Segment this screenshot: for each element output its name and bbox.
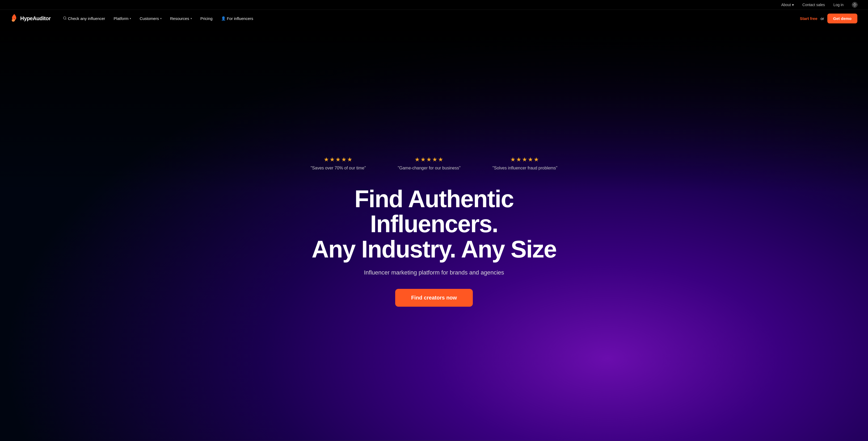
find-creators-button[interactable]: Find creators now bbox=[395, 289, 473, 307]
platform-nav[interactable]: Platform ▾ bbox=[110, 14, 135, 23]
customers-label: Customers bbox=[140, 16, 159, 21]
about-chevron: ▾ bbox=[792, 3, 794, 7]
platform-chevron: ▾ bbox=[130, 17, 131, 20]
get-demo-label: Get demo bbox=[833, 16, 851, 21]
login-label: Log in bbox=[833, 3, 843, 7]
testimonial-2: ★★★★★ "Game-changer for our business" bbox=[398, 156, 461, 171]
for-influencers-nav[interactable]: 👤 For influencers bbox=[217, 14, 257, 23]
platform-label: Platform bbox=[114, 16, 129, 21]
hero-section: ★★★★★ "Saves over 70% of our time" ★★★★★… bbox=[0, 27, 868, 441]
testimonials-row: ★★★★★ "Saves over 70% of our time" ★★★★★… bbox=[311, 156, 558, 171]
main-nav: HypeAuditor Check any influencer Platfor… bbox=[0, 10, 868, 27]
check-influencer-nav[interactable]: Check any influencer bbox=[59, 14, 109, 23]
find-creators-label: Find creators now bbox=[411, 295, 457, 300]
pricing-label: Pricing bbox=[200, 16, 213, 21]
logo[interactable]: HypeAuditor bbox=[11, 14, 51, 23]
testimonial-3: ★★★★★ "Solves influencer fraud problems" bbox=[493, 156, 557, 171]
check-influencer-label: Check any influencer bbox=[68, 16, 105, 21]
contact-sales-label: Contact sales bbox=[802, 3, 825, 7]
about-label: About bbox=[781, 3, 791, 7]
search-icon bbox=[63, 16, 67, 21]
customers-chevron: ▾ bbox=[160, 17, 162, 20]
start-free-label: Start free bbox=[800, 16, 817, 21]
pricing-nav[interactable]: Pricing bbox=[197, 14, 216, 23]
globe-button[interactable] bbox=[852, 2, 857, 7]
for-influencers-label: For influencers bbox=[227, 16, 253, 21]
flame-icon bbox=[11, 14, 18, 23]
nav-items: Check any influencer Platform ▾ Customer… bbox=[59, 14, 800, 23]
login-link[interactable]: Log in bbox=[833, 3, 843, 7]
logo-text: HypeAuditor bbox=[20, 16, 51, 22]
hero-subtitle: Influencer marketing platform for brands… bbox=[364, 269, 504, 276]
testimonial-3-stars: ★★★★★ bbox=[493, 156, 557, 163]
hero-title-line1: Find Authentic Influencers. bbox=[354, 186, 514, 237]
resources-label: Resources bbox=[170, 16, 189, 21]
about-link[interactable]: About ▾ bbox=[781, 3, 794, 7]
or-separator: or bbox=[820, 16, 824, 21]
testimonial-1: ★★★★★ "Saves over 70% of our time" bbox=[311, 156, 366, 171]
testimonial-1-stars: ★★★★★ bbox=[311, 156, 366, 163]
globe-icon bbox=[852, 2, 857, 7]
top-bar: About ▾ Contact sales Log in bbox=[0, 0, 868, 10]
resources-chevron: ▾ bbox=[191, 17, 192, 20]
svg-point-1 bbox=[63, 17, 66, 19]
testimonial-2-text: "Game-changer for our business" bbox=[398, 166, 461, 171]
nav-actions: Start free or Get demo bbox=[800, 13, 857, 23]
hero-title: Find Authentic Influencers. Any Industry… bbox=[288, 186, 580, 262]
testimonial-1-text: "Saves over 70% of our time" bbox=[311, 166, 366, 171]
testimonial-3-text: "Solves influencer fraud problems" bbox=[493, 166, 557, 171]
person-icon: 👤 bbox=[221, 16, 226, 21]
testimonial-2-stars: ★★★★★ bbox=[398, 156, 461, 163]
resources-nav[interactable]: Resources ▾ bbox=[166, 14, 196, 23]
start-free-link[interactable]: Start free bbox=[800, 16, 817, 21]
customers-nav[interactable]: Customers ▾ bbox=[136, 14, 165, 23]
contact-sales-link[interactable]: Contact sales bbox=[802, 3, 825, 7]
hero-title-line2: Any Industry. Any Size bbox=[311, 236, 556, 263]
get-demo-button[interactable]: Get demo bbox=[827, 13, 857, 23]
